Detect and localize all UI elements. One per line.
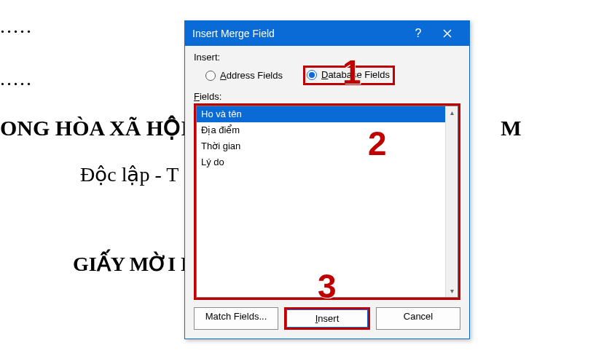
radio-address-fields[interactable]: AAddress Fieldsddress Fields — [205, 70, 283, 81]
callout-3: 3 — [318, 266, 337, 306]
callout-2: 2 — [368, 124, 387, 163]
fields-label: Fields: — [194, 91, 460, 102]
list-item[interactable]: Ho và tên — [197, 106, 445, 122]
callout-1: 1 — [342, 52, 361, 92]
help-button[interactable]: ? — [404, 21, 433, 46]
dialog-title: Insert Merge Field — [192, 28, 404, 39]
insert-button-highlight: Insert — [284, 307, 370, 330]
insert-button[interactable]: Insert — [286, 309, 368, 328]
list-item[interactable]: Lý do — [197, 154, 445, 170]
match-fields-button[interactable]: Match Fields... — [194, 307, 278, 330]
scroll-down-icon[interactable]: ▾ — [446, 285, 458, 297]
radio-icon — [205, 71, 216, 81]
dialog-button-row: Match Fields... Insert Cancel — [194, 307, 460, 330]
list-item[interactable]: Thời gian — [197, 138, 445, 154]
radio-icon — [307, 70, 317, 80]
insert-label: Insert: — [194, 52, 460, 63]
radio-group: AAddress Fieldsddress Fields Database Fi… — [205, 66, 460, 85]
dialog-titlebar[interactable]: Insert Merge Field ? — [185, 21, 469, 46]
scroll-up-icon[interactable]: ▴ — [446, 106, 458, 119]
close-icon — [443, 29, 452, 38]
cancel-button[interactable]: Cancel — [376, 307, 460, 330]
list-item[interactable]: Địa điểm — [197, 122, 445, 138]
close-button[interactable] — [433, 21, 462, 46]
radio-label: AAddress Fieldsddress Fields — [220, 70, 283, 81]
listbox-scrollbar[interactable]: ▴ ▾ — [445, 106, 458, 297]
